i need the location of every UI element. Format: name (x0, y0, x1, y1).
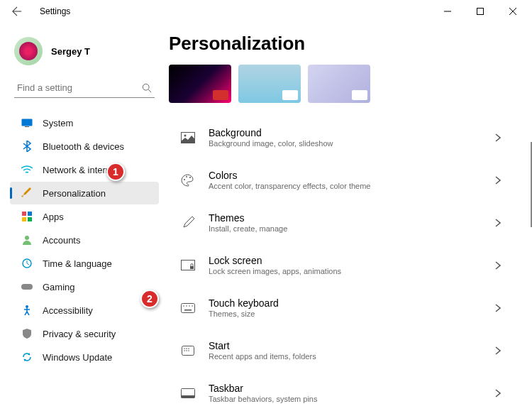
svg-rect-19 (182, 303, 195, 312)
chevron-right-icon (495, 261, 501, 270)
sidebar-item-label: Bluetooth & devices (43, 141, 124, 152)
sidebar-item-accounts[interactable]: Accounts (10, 229, 159, 251)
card-sub: Themes, size (209, 309, 482, 318)
card-title: Taskbar (209, 383, 482, 394)
sidebar-item-bluetooth[interactable]: Bluetooth & devices (10, 135, 159, 158)
sidebar-item-time-language[interactable]: Time & language (10, 252, 159, 275)
brush-icon (180, 215, 196, 231)
card-sub: Install, create, manage (209, 224, 482, 233)
svg-rect-4 (22, 212, 26, 216)
sidebar-item-label: Personalization (43, 188, 106, 199)
svg-point-15 (186, 176, 187, 177)
sidebar-item-label: Gaming (43, 282, 75, 292)
svg-point-20 (183, 305, 184, 307)
card-sub: Taskbar behaviors, system pins (209, 395, 482, 403)
globe-clock-icon (21, 258, 33, 269)
svg-rect-10 (21, 284, 33, 290)
theme-preview-2[interactable] (238, 65, 301, 103)
image-icon (180, 130, 196, 146)
svg-rect-0 (477, 9, 484, 15)
card-sub: Recent apps and items, folders (209, 352, 482, 361)
svg-point-26 (184, 348, 185, 349)
back-arrow-icon (12, 6, 22, 16)
annotation-callout-1: 1 (106, 163, 125, 181)
lock-screen-icon (180, 258, 196, 273)
sidebar-item-label: Accessibility (43, 305, 93, 316)
search-icon (142, 83, 152, 93)
sidebar-item-gaming[interactable]: Gaming (10, 275, 159, 298)
minimize-button[interactable] (431, 0, 464, 23)
accessibility-icon (21, 305, 33, 316)
minimize-icon (444, 8, 451, 15)
sidebar-item-label: Windows Update (43, 352, 112, 363)
wifi-icon (21, 164, 33, 175)
card-title: Background (209, 127, 482, 138)
svg-point-1 (143, 84, 149, 90)
svg-point-16 (189, 177, 191, 178)
apps-icon (21, 211, 33, 222)
palette-icon (180, 172, 196, 188)
svg-point-28 (188, 348, 189, 349)
shield-icon (21, 328, 33, 339)
start-icon (180, 343, 196, 358)
svg-point-13 (184, 134, 187, 136)
sidebar-item-label: System (43, 118, 73, 128)
svg-point-27 (186, 348, 187, 349)
card-background[interactable]: BackgroundBackground image, color, slide… (169, 117, 512, 158)
sidebar-item-accessibility[interactable]: Accessibility (10, 299, 159, 322)
card-start[interactable]: StartRecent apps and items, folders (169, 330, 512, 371)
sidebar-item-privacy[interactable]: Privacy & security (10, 322, 159, 345)
sidebar-item-apps[interactable]: Apps (10, 205, 159, 228)
card-taskbar[interactable]: TaskbarTaskbar behaviors, system pins (169, 373, 512, 411)
person-icon (21, 234, 33, 246)
card-sub: Accent color, transparency effects, colo… (209, 182, 482, 190)
card-themes[interactable]: ThemesInstall, create, manage (169, 202, 512, 243)
card-lock-screen[interactable]: Lock screenLock screen images, apps, ani… (169, 245, 512, 285)
sidebar-item-network[interactable]: Network & internet (10, 158, 159, 181)
svg-rect-25 (182, 346, 194, 355)
sidebar-item-personalization[interactable]: Personalization (10, 182, 159, 204)
svg-rect-5 (28, 212, 32, 216)
sidebar-item-label: Time & language (43, 258, 112, 269)
close-button[interactable] (497, 0, 529, 23)
theme-preview-1[interactable] (169, 65, 231, 103)
main-content: Personalization BackgroundBackground ima… (163, 23, 532, 411)
sidebar-item-label: Accounts (43, 235, 80, 246)
maximize-button[interactable] (464, 0, 497, 23)
sidebar-item-label: Privacy & security (43, 329, 116, 339)
card-title: Touch keyboard (209, 297, 482, 309)
svg-rect-3 (25, 126, 29, 127)
search-input[interactable] (17, 82, 142, 93)
svg-rect-18 (190, 266, 194, 269)
window-title: Settings (40, 6, 70, 16)
sidebar-item-windows-update[interactable]: Windows Update (10, 346, 159, 368)
svg-point-31 (188, 350, 189, 351)
search-box[interactable] (14, 78, 155, 98)
paintbrush-icon (21, 187, 33, 199)
close-icon (509, 8, 516, 15)
card-sub: Lock screen images, apps, animations (209, 267, 482, 275)
page-title: Personalization (169, 33, 512, 55)
svg-point-8 (25, 236, 29, 240)
chevron-right-icon (495, 133, 501, 142)
user-name: Sergey T (51, 46, 90, 57)
update-icon (21, 351, 33, 363)
svg-rect-33 (182, 395, 195, 398)
chevron-right-icon (495, 389, 501, 398)
user-profile[interactable]: Sergey T (6, 28, 163, 78)
card-sub: Background image, color, slideshow (209, 139, 482, 148)
titlebar: Settings (0, 0, 532, 23)
sidebar-item-system[interactable]: System (10, 111, 159, 134)
card-title: Start (209, 340, 482, 351)
taskbar-icon (180, 385, 196, 401)
svg-rect-24 (184, 309, 192, 311)
maximize-icon (477, 8, 484, 15)
back-button[interactable] (3, 0, 31, 23)
card-title: Themes (209, 212, 482, 224)
card-colors[interactable]: ColorsAccent color, transparency effects… (169, 160, 512, 200)
chevron-right-icon (495, 219, 501, 227)
card-touch-keyboard[interactable]: Touch keyboardThemes, size (169, 287, 512, 328)
avatar (14, 37, 43, 65)
theme-preview-3[interactable] (308, 65, 370, 103)
card-title: Colors (209, 170, 482, 181)
